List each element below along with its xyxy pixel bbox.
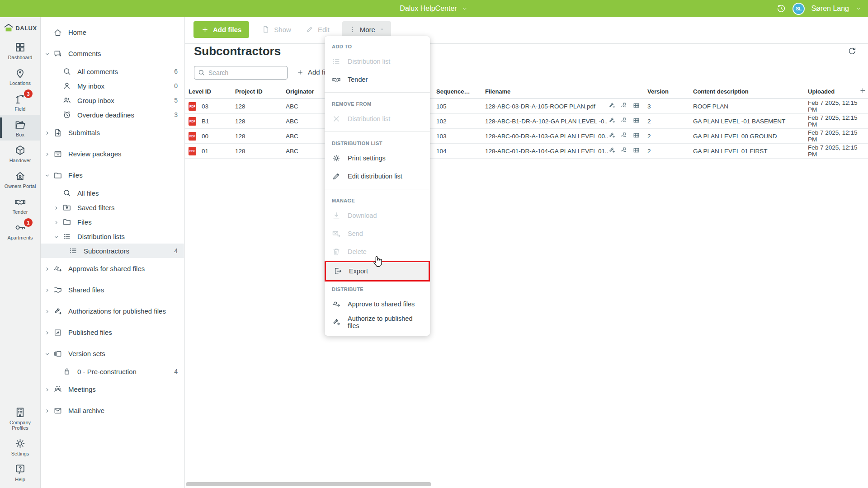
cursor-pointer-icon [372, 254, 384, 267]
hammer-action[interactable] [608, 131, 616, 141]
rail-item-help[interactable]: Help [0, 460, 40, 485]
pencil-icon [306, 25, 314, 33]
nav-item-published-files[interactable]: Published files [41, 322, 184, 343]
menu-item-label: Delete [348, 248, 367, 255]
nav-item-overdue-deadlines-5[interactable]: Overdue deadlines3 [41, 108, 184, 122]
column-header-project-id[interactable]: Project ID [235, 88, 286, 95]
rail-item-tender[interactable]: Tender [0, 192, 40, 218]
nav-item-version-sets[interactable]: Version sets [41, 343, 184, 364]
hammer-action[interactable] [608, 117, 616, 126]
rail-item-apartments[interactable]: 1Apartments [0, 218, 40, 244]
nav-item-0-pre-construction-19[interactable]: 0 - Pre-construction4 [41, 364, 184, 379]
more-button[interactable]: More [342, 21, 391, 38]
column-header-level-id[interactable]: Level ID [189, 88, 235, 95]
nav-item-subcontractors-13[interactable]: Subcontractors4 [41, 244, 184, 258]
rail-item-label: Field [15, 106, 26, 112]
nav-item-approvals-for-shared-files[interactable]: Approvals for shared files [41, 258, 184, 279]
hammer-action[interactable] [608, 102, 616, 111]
history-icon[interactable] [776, 4, 786, 14]
nav-item-distribution-lists-12[interactable]: Distribution lists [41, 229, 184, 244]
home-icon [53, 28, 62, 37]
nav-item-home[interactable]: Home [41, 22, 184, 43]
share-action[interactable] [620, 131, 628, 141]
column-header-filename[interactable]: Filename [485, 88, 647, 95]
column-header-version[interactable]: Version [647, 88, 693, 95]
cell-filename[interactable]: 128-ABC-B1-DR-A-102-GA PLAN LEVEL -0... [485, 118, 608, 125]
nav-item-submittals[interactable]: Submittals [41, 122, 184, 143]
menu-item-tender[interactable]: Tender [325, 70, 430, 89]
search-icon [198, 69, 205, 76]
grid-action[interactable] [632, 117, 640, 126]
refresh-button[interactable] [847, 46, 857, 58]
table-row[interactable]: PDF01128ABC104128-ABC-01-DR-A-104-GA PLA… [185, 144, 868, 159]
menu-item-approve-to-shared-files[interactable]: Approve to shared files [325, 295, 430, 313]
nav-item-comments[interactable]: Comments [41, 43, 184, 64]
list-icon [62, 232, 71, 241]
share-action[interactable] [620, 102, 628, 111]
nav-item-label: Submittals [68, 129, 100, 136]
user-name: Søren Lang [811, 5, 849, 13]
nav-item-mail-archive[interactable]: Mail archive [41, 400, 184, 421]
rail-item-owners-portal[interactable]: Owners Portal [0, 166, 40, 192]
nav-item-files-11[interactable]: Files [41, 215, 184, 229]
project-switcher[interactable]: Dalux HelpCenter [400, 0, 468, 17]
menu-item-print-settings[interactable]: Print settings [325, 149, 430, 167]
rail-item-company-profiles[interactable]: Company Profiles [0, 403, 40, 434]
table-row[interactable]: PDFB1128ABC102128-ABC-B1-DR-A-102-GA PLA… [185, 114, 868, 129]
search-input[interactable] [194, 66, 288, 80]
nav-item-group-inbox-4[interactable]: Group inbox5 [41, 93, 184, 108]
table-row[interactable]: PDF03128ABC105128-ABC-03-DR-A-105-ROOF P… [185, 99, 868, 114]
nav-item-files[interactable]: Files [41, 164, 184, 186]
search-icon [62, 67, 71, 76]
menu-item-label: Authorize to published files [348, 315, 423, 329]
rail-item-handover[interactable]: Handover [0, 141, 40, 166]
nav-item-label: Version sets [68, 350, 105, 357]
add-files-button[interactable]: Add files [193, 21, 249, 38]
tender-icon [332, 75, 341, 84]
list-icon [69, 246, 78, 255]
rail-item-dashboard[interactable]: Dashboard [0, 38, 40, 63]
nav-item-saved-filters-10[interactable]: Saved filters [41, 200, 184, 215]
cell-filename[interactable]: 128-ABC-00-DR-A-103-GA PLAN LEVEL 00... [485, 133, 608, 140]
grid-action[interactable] [632, 146, 640, 155]
cell-version: 3 [647, 103, 693, 110]
rail-item-label: Apartments [7, 235, 33, 240]
rail-item-label: Locations [9, 80, 31, 86]
dalux-logo[interactable]: DALUX [0, 17, 40, 38]
grid-action[interactable] [632, 102, 640, 111]
nav-item-count: 6 [174, 68, 178, 75]
horizontal-scrollbar[interactable] [186, 482, 431, 486]
share-action[interactable] [620, 146, 628, 155]
rail-item-box[interactable]: Box [0, 115, 40, 141]
add-column-button[interactable] [859, 87, 868, 96]
share-action[interactable] [620, 117, 628, 126]
hammer-action[interactable] [608, 146, 616, 155]
cell-filename[interactable]: 128-ABC-03-DR-A-105-ROOF PLAN.pdf [485, 103, 608, 110]
column-header-content-description[interactable]: Content description [693, 88, 808, 95]
nav-item-my-inbox-3[interactable]: My inbox0 [41, 79, 184, 93]
chevron-down-icon [44, 351, 50, 357]
nav-item-review-packages[interactable]: Review packages [41, 143, 184, 164]
nav-item-shared-files[interactable]: Shared files [41, 279, 184, 300]
refresh-icon [847, 46, 857, 56]
menu-item-edit-distribution-list[interactable]: Edit distribution list [325, 167, 430, 185]
grid-action[interactable] [632, 131, 640, 141]
nav-item-all-files-9[interactable]: All files [41, 186, 184, 200]
column-header-uploaded[interactable]: Uploaded [808, 88, 859, 95]
review-icon [53, 150, 62, 159]
nav-item-all-comments-2[interactable]: All comments6 [41, 64, 184, 79]
rail-item-locations[interactable]: Locations [0, 63, 40, 89]
nav-item-label: Files [77, 218, 92, 226]
rail-item-settings[interactable]: Settings [0, 434, 40, 460]
nav-panel: HomeCommentsAll comments6My inbox0Group … [41, 17, 184, 488]
column-header-sequence[interactable]: Sequence… [436, 88, 485, 95]
chevron-down-icon [462, 5, 468, 12]
rail-item-field[interactable]: 3Field [0, 89, 40, 115]
table-row[interactable]: PDF00128ABC103128-ABC-00-DR-A-103-GA PLA… [185, 129, 868, 144]
nav-item-meetings[interactable]: Meetings [41, 379, 184, 400]
avatar[interactable]: SL [793, 3, 805, 15]
menu-item-authorize-to-published-files[interactable]: Authorize to published files [325, 313, 430, 331]
nav-item-authorizations-for-published-files[interactable]: Authorizations for published files [41, 300, 184, 322]
chevron-down-icon[interactable] [855, 5, 862, 12]
cell-filename[interactable]: 128-ABC-01-DR-A-104-GA PLAN LEVEL 01... [485, 148, 608, 155]
